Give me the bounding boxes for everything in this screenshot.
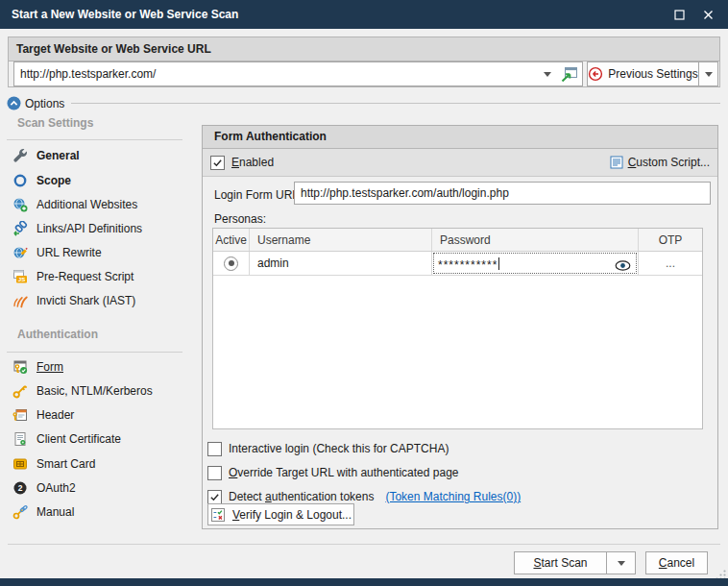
personas-table: Active Username Password OTP admin *****…: [212, 228, 703, 429]
column-header-active[interactable]: Active: [213, 229, 250, 251]
interactive-login-label: Interactive login (Check this for CAPTCH…: [229, 442, 449, 455]
column-header-otp[interactable]: OTP: [639, 229, 702, 251]
scope-ring-icon: [12, 173, 28, 188]
sidebar-item-invicti-shark[interactable]: Invicti Shark (IAST): [7, 289, 195, 312]
override-target-url-checkbox[interactable]: [207, 466, 222, 480]
target-group-header: Target Website or Web Service URL: [9, 37, 719, 61]
password-edit-box[interactable]: ***********: [433, 253, 637, 274]
close-button[interactable]: [693, 0, 722, 29]
check-icon: [209, 492, 220, 502]
enabled-strip: Enabled Custom Script...: [203, 149, 717, 177]
table-header-row: Active Username Password OTP: [213, 229, 702, 252]
custom-script-label: Custom Script...: [628, 156, 710, 169]
script-doc-icon: [610, 155, 623, 170]
globe-plus-icon: [12, 197, 28, 212]
smart-card-icon: [12, 456, 28, 472]
check-icon: [212, 158, 223, 168]
password-masked-value: ***********: [438, 256, 497, 270]
username-cell[interactable]: admin: [250, 252, 432, 275]
verify-login-logout-label: Verify Login & Logout...: [232, 508, 352, 522]
sidebar-section-authentication: Authentication: [17, 328, 98, 341]
previous-settings-button[interactable]: Previous Settings: [587, 61, 699, 86]
token-matching-rules-link[interactable]: (Token Matching Rules(0)): [385, 490, 521, 503]
svg-text:JS: JS: [18, 276, 26, 282]
sidebar-section-scan-settings: Scan Settings: [17, 116, 93, 130]
window-title: Start a New Website or Web Service Scan: [12, 8, 665, 21]
start-scan-button[interactable]: Start Scan: [514, 551, 607, 574]
sidebar-item-basic-ntlm[interactable]: Basic, NTLM/Kerberos: [7, 379, 195, 403]
sidebar-item-scope[interactable]: Scope: [7, 169, 195, 192]
text-caret: [498, 257, 499, 270]
personas-label: Personas:: [214, 212, 266, 226]
sidebar-item-links-api[interactable]: Links/API Definitions: [7, 217, 195, 240]
maximize-icon: [674, 10, 685, 20]
active-cell[interactable]: [213, 252, 250, 275]
login-form-url-label: Login Form URL:: [214, 188, 302, 202]
certificate-icon: [12, 431, 28, 447]
wrench-icon: [12, 148, 28, 163]
target-url-combo[interactable]: http://php.testsparker.com/: [13, 61, 583, 86]
sidebar-item-oauth2[interactable]: 2 OAuth2: [7, 476, 195, 500]
key-chain-icon: [12, 504, 28, 520]
sidebar-item-client-certificate[interactable]: Client Certificate: [7, 427, 195, 451]
script-js-icon: JS: [12, 269, 28, 284]
bottom-window-edge: [0, 578, 728, 586]
chevron-down-icon: [618, 561, 625, 566]
sidebar-item-smart-card[interactable]: Smart Card: [7, 452, 195, 476]
close-icon: [703, 10, 714, 20]
sidebar-item-pre-request-script[interactable]: JS Pre-Request Script: [7, 265, 195, 288]
shark-fin-icon: [12, 293, 28, 308]
previous-settings-icon: [588, 66, 603, 82]
table-row: admin *********** ...: [213, 252, 702, 276]
enabled-label: Enabled: [231, 156, 274, 169]
sidebar-item-header[interactable]: Header: [7, 403, 195, 427]
sidebar-divider: [7, 139, 182, 140]
interactive-login-checkbox[interactable]: [207, 442, 222, 456]
start-scan-dropdown-button[interactable]: [606, 551, 636, 574]
scan-dialog: Start a New Website or Web Service Scan …: [0, 0, 728, 586]
interactive-login-row: Interactive login (Check this for CAPTCH…: [207, 440, 449, 457]
verify-checklist-icon: [210, 507, 226, 523]
options-divider: [71, 103, 720, 104]
maximize-button[interactable]: [665, 0, 693, 29]
start-scan-label: Start Scan: [533, 556, 587, 570]
collapse-chevron-icon: [7, 96, 21, 110]
key-icon: [12, 383, 28, 399]
options-toggle[interactable]: Options: [7, 96, 64, 110]
panel-title: Form Authentication: [203, 126, 717, 149]
detect-tokens-checkbox[interactable]: [207, 490, 222, 504]
footer-divider: [8, 544, 720, 545]
enabled-checkbox[interactable]: [210, 156, 225, 170]
sidebar-item-form[interactable]: Form: [7, 355, 195, 378]
sidebar-item-additional-websites[interactable]: Additional Websites: [7, 193, 195, 216]
otp-cell[interactable]: ...: [639, 252, 702, 275]
password-cell[interactable]: ***********: [432, 252, 639, 275]
oauth2-icon: 2: [12, 480, 28, 496]
form-auth-icon: [12, 359, 28, 375]
column-header-password[interactable]: Password: [432, 229, 639, 251]
cancel-button[interactable]: Cancel: [645, 551, 708, 574]
sidebar-item-manual[interactable]: Manual: [7, 501, 195, 524]
cancel-label: Cancel: [659, 556, 694, 570]
active-radio[interactable]: [224, 256, 238, 271]
target-url-value[interactable]: http://php.testsparker.com/: [14, 67, 544, 81]
override-target-url-label: Override Target URL with authenticated p…: [229, 466, 458, 479]
open-in-browser-icon[interactable]: [560, 66, 578, 83]
custom-script-button[interactable]: Custom Script...: [610, 155, 710, 170]
link-icon: [12, 221, 28, 236]
svg-text:2: 2: [18, 483, 23, 493]
previous-settings-dropdown-button[interactable]: [698, 61, 718, 86]
sidebar-item-url-rewrite[interactable]: URL Rewrite: [7, 241, 195, 264]
sidebar-divider: [7, 352, 182, 353]
target-url-dropdown-icon[interactable]: [544, 72, 551, 77]
column-header-username[interactable]: Username: [250, 229, 432, 251]
login-form-url-input[interactable]: [294, 182, 711, 205]
detect-tokens-label: Detect authentication tokens: [229, 490, 374, 503]
previous-settings-label: Previous Settings: [608, 67, 697, 81]
reveal-password-eye-icon[interactable]: [615, 260, 631, 271]
title-bar: Start a New Website or Web Service Scan: [0, 0, 728, 29]
globe-pencil-icon: [12, 245, 28, 260]
sidebar-item-general[interactable]: General: [7, 144, 195, 167]
chevron-down-icon: [705, 72, 713, 77]
verify-login-logout-button[interactable]: Verify Login & Logout...: [207, 503, 354, 525]
